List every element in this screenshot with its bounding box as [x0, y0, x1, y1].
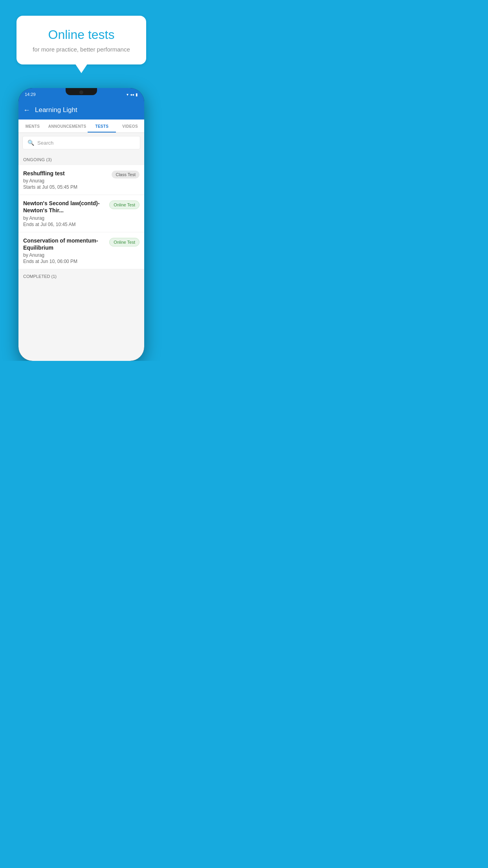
search-placeholder: Search — [37, 140, 53, 146]
test-author-2: by Anurag — [23, 215, 106, 221]
status-time: 14:29 — [25, 92, 36, 97]
test-badge-1: Class Test — [112, 171, 139, 178]
tab-videos[interactable]: VIDEOS — [116, 120, 144, 132]
tab-bar: MENTS ANNOUNCEMENTS TESTS VIDEOS — [18, 120, 144, 133]
content-area: 🔍 Search ONGOING (3) Reshuffling test by… — [18, 133, 144, 361]
test-info-2: Newton's Second law(contd)-Newton's Thir… — [23, 200, 109, 227]
test-badge-3: Online Test — [109, 238, 139, 246]
app-title: Learning Light — [35, 106, 77, 114]
test-info-3: Conservation of momentum-Equilibrium by … — [23, 237, 109, 264]
speech-bubble: Online tests for more practice, better p… — [17, 16, 146, 64]
bubble-title: Online tests — [28, 28, 135, 42]
bubble-subtitle: for more practice, better performance — [28, 46, 135, 53]
tab-tests[interactable]: TESTS — [88, 120, 116, 132]
status-icons: ▾ ◂◂ ▮ — [127, 92, 138, 97]
test-name-2: Newton's Second law(contd)-Newton's Thir… — [23, 200, 106, 214]
test-list: Reshuffling test by Anurag Starts at Jul… — [18, 165, 144, 269]
search-bar[interactable]: 🔍 Search — [22, 136, 140, 149]
test-info-1: Reshuffling test by Anurag Starts at Jul… — [23, 170, 112, 190]
wifi-icon: ▾ — [127, 92, 128, 97]
ongoing-section-header: ONGOING (3) — [18, 153, 144, 165]
battery-icon: ▮ — [136, 92, 138, 97]
test-name-1: Reshuffling test — [23, 170, 108, 177]
promo-section: Online tests for more practice, better p… — [0, 0, 163, 88]
test-time-3: Ends at Jun 10, 06:00 PM — [23, 259, 106, 264]
ongoing-label: ONGOING (3) — [23, 157, 52, 162]
test-author-1: by Anurag — [23, 178, 108, 184]
phone-container: 14:29 ▾ ◂◂ ▮ ← Learning Light MENTS ANNO… — [0, 88, 163, 361]
signal-icon: ◂◂ — [130, 92, 134, 97]
test-author-3: by Anurag — [23, 252, 106, 258]
tab-announcements[interactable]: ANNOUNCEMENTS — [47, 120, 88, 132]
tab-ments[interactable]: MENTS — [18, 120, 47, 132]
back-button[interactable]: ← — [23, 106, 30, 114]
test-badge-2: Online Test — [109, 200, 139, 209]
phone-frame: 14:29 ▾ ◂◂ ▮ ← Learning Light MENTS ANNO… — [18, 88, 144, 361]
test-time-1: Starts at Jul 05, 05:45 PM — [23, 184, 108, 190]
camera-notch — [79, 90, 83, 94]
test-time-2: Ends at Jul 06, 10:45 AM — [23, 222, 106, 227]
search-icon: 🔍 — [28, 140, 34, 146]
app-bar: ← Learning Light — [18, 101, 144, 120]
status-bar: 14:29 ▾ ◂◂ ▮ — [18, 88, 144, 101]
test-item-2[interactable]: Newton's Second law(contd)-Newton's Thir… — [18, 195, 144, 232]
test-item-1[interactable]: Reshuffling test by Anurag Starts at Jul… — [18, 165, 144, 195]
search-bar-container: 🔍 Search — [18, 133, 144, 153]
completed-section-header: COMPLETED (1) — [18, 269, 144, 283]
test-item-3[interactable]: Conservation of momentum-Equilibrium by … — [18, 232, 144, 269]
test-name-3: Conservation of momentum-Equilibrium — [23, 237, 106, 251]
completed-label: COMPLETED (1) — [23, 274, 57, 279]
